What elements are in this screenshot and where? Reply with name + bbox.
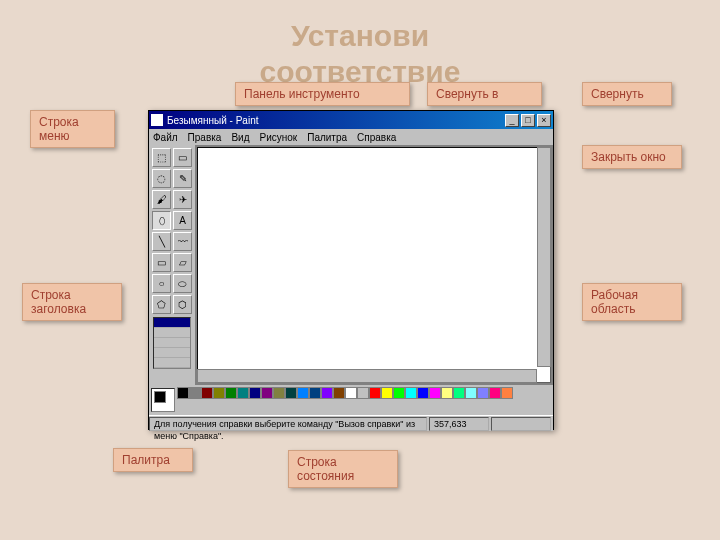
menu-palette[interactable]: Палитра — [307, 132, 347, 143]
color-swatch[interactable] — [297, 387, 309, 399]
color-swatch[interactable] — [381, 387, 393, 399]
label-menu-row[interactable]: Строка меню — [30, 110, 115, 148]
canvas[interactable] — [197, 147, 551, 383]
color-swatch[interactable] — [273, 387, 285, 399]
maximize-button[interactable]: □ — [521, 114, 535, 127]
tool-options[interactable] — [153, 317, 191, 369]
color-swatch[interactable] — [417, 387, 429, 399]
tool-button[interactable]: 〰 — [173, 232, 192, 251]
menu-edit[interactable]: Правка — [188, 132, 222, 143]
status-coords: 357,633 — [429, 417, 489, 431]
color-palette-row — [149, 385, 553, 415]
tool-button[interactable]: ○ — [152, 274, 171, 293]
color-swatch[interactable] — [249, 387, 261, 399]
tool-button[interactable]: ▭ — [173, 148, 192, 167]
titlebar[interactable]: Безымянный - Paint _ □ × — [149, 111, 553, 129]
tool-button[interactable]: ⬡ — [173, 295, 192, 314]
window-title: Безымянный - Paint — [167, 115, 258, 126]
canvas-area — [195, 145, 553, 385]
color-swatch[interactable] — [429, 387, 441, 399]
color-swatch[interactable] — [405, 387, 417, 399]
tool-button[interactable]: ⬚ — [152, 148, 171, 167]
current-color-indicator[interactable] — [151, 388, 175, 412]
tool-button[interactable]: ⬭ — [173, 274, 192, 293]
tool-button[interactable]: ▱ — [173, 253, 192, 272]
status-bar: Для получения справки выберите команду "… — [149, 415, 553, 431]
menu-help[interactable]: Справка — [357, 132, 396, 143]
minimize-button[interactable]: _ — [505, 114, 519, 127]
color-swatch[interactable] — [285, 387, 297, 399]
color-swatch[interactable] — [465, 387, 477, 399]
label-title-row[interactable]: Строка заголовка — [22, 283, 122, 321]
color-swatch[interactable] — [309, 387, 321, 399]
color-swatch[interactable] — [201, 387, 213, 399]
paint-app-icon — [151, 114, 163, 126]
color-swatch[interactable] — [225, 387, 237, 399]
tool-button[interactable]: ◌ — [152, 169, 171, 188]
color-swatch[interactable] — [357, 387, 369, 399]
color-swatch[interactable] — [333, 387, 345, 399]
color-swatch[interactable] — [237, 387, 249, 399]
color-palette — [177, 387, 517, 413]
tool-button[interactable]: A — [173, 211, 192, 230]
color-swatch[interactable] — [501, 387, 513, 399]
menu-view[interactable]: Вид — [231, 132, 249, 143]
tool-button[interactable]: ⬯ — [152, 211, 171, 230]
menubar: Файл Правка Вид Рисунок Палитра Справка — [149, 129, 553, 145]
color-swatch[interactable] — [489, 387, 501, 399]
status-empty — [491, 417, 551, 431]
scrollbar-horizontal[interactable] — [197, 369, 537, 383]
color-swatch[interactable] — [189, 387, 201, 399]
color-swatch[interactable] — [321, 387, 333, 399]
label-minimize-icon[interactable]: Свернуть в — [427, 82, 542, 106]
color-swatch[interactable] — [477, 387, 489, 399]
paint-window: Безымянный - Paint _ □ × Файл Правка Вид… — [148, 110, 554, 430]
label-maximize[interactable]: Свернуть — [582, 82, 672, 106]
color-swatch[interactable] — [177, 387, 189, 399]
color-swatch[interactable] — [213, 387, 225, 399]
tool-button[interactable]: 🖌 — [152, 190, 171, 209]
close-button[interactable]: × — [537, 114, 551, 127]
color-swatch[interactable] — [393, 387, 405, 399]
tool-button[interactable]: ✈ — [173, 190, 192, 209]
menu-image[interactable]: Рисунок — [259, 132, 297, 143]
tool-button[interactable]: ✎ — [173, 169, 192, 188]
label-palette[interactable]: Палитра — [113, 448, 193, 472]
label-toolbar[interactable]: Панель инструменто — [235, 82, 410, 106]
label-work-area[interactable]: Рабочая область — [582, 283, 682, 321]
status-hint: Для получения справки выберите команду "… — [149, 417, 427, 431]
color-swatch[interactable] — [345, 387, 357, 399]
tool-button[interactable]: ⬠ — [152, 295, 171, 314]
color-swatch[interactable] — [441, 387, 453, 399]
scrollbar-vertical[interactable] — [537, 147, 551, 367]
tool-button[interactable]: ╲ — [152, 232, 171, 251]
color-swatch[interactable] — [261, 387, 273, 399]
menu-file[interactable]: Файл — [153, 132, 178, 143]
toolbox: ⬚▭◌✎🖌✈⬯A╲〰▭▱○⬭⬠⬡ — [149, 145, 195, 385]
label-close-window[interactable]: Закрыть окно — [582, 145, 682, 169]
color-swatch[interactable] — [369, 387, 381, 399]
label-status-row[interactable]: Строка состояния — [288, 450, 398, 488]
page-title: Установи соответствие — [260, 18, 461, 90]
color-swatch[interactable] — [453, 387, 465, 399]
tool-button[interactable]: ▭ — [152, 253, 171, 272]
